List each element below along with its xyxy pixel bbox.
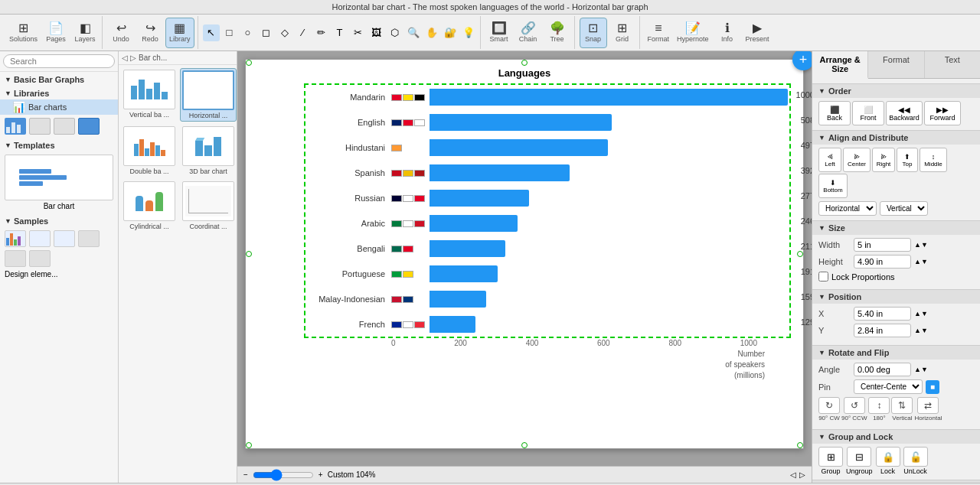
pin-color-btn[interactable]: ■ bbox=[926, 380, 939, 394]
text-tool[interactable]: T bbox=[332, 24, 348, 41]
zoom-plus[interactable]: + bbox=[318, 470, 323, 479]
hex-tool[interactable]: ⬡ bbox=[387, 24, 403, 41]
line-tool[interactable]: ∕ bbox=[295, 24, 312, 41]
sample-5[interactable] bbox=[5, 250, 26, 267]
forward-order-btn[interactable]: ▶▶ Forward bbox=[924, 101, 961, 125]
angle-stepper[interactable]: ▲▼ bbox=[914, 366, 928, 373]
lib-icon-2[interactable] bbox=[29, 118, 51, 135]
group-section-header[interactable]: ▼ Group and Lock bbox=[812, 429, 980, 444]
zoom-level[interactable]: Custom 104% bbox=[328, 470, 376, 479]
rotate-90cw-btn[interactable]: ↻ 90° CW bbox=[818, 397, 840, 422]
align-section-header[interactable]: ▼ Align and Distribute bbox=[812, 130, 980, 145]
x-input[interactable] bbox=[854, 307, 911, 321]
lib-icon-1[interactable] bbox=[5, 118, 26, 135]
rect-tool[interactable]: □ bbox=[221, 24, 238, 41]
pages-button[interactable]: 📄 Pages bbox=[42, 18, 70, 48]
back-order-btn[interactable]: ⬛ Back bbox=[818, 101, 851, 125]
lock-tool[interactable]: 🔐 bbox=[442, 24, 459, 41]
shape-tool[interactable]: ◻ bbox=[258, 24, 275, 41]
make-same-section-header[interactable]: ▼ Make Same bbox=[812, 480, 980, 483]
nav-item-bar-charts[interactable]: 📊 Bar charts bbox=[0, 99, 118, 115]
zoom-minus[interactable]: − bbox=[243, 470, 248, 479]
info-button[interactable]: ℹ Info bbox=[714, 18, 741, 48]
scroll-right[interactable]: ▷ bbox=[799, 470, 805, 479]
scissors-tool[interactable]: ✂ bbox=[350, 24, 367, 41]
handle-bottomright[interactable] bbox=[797, 442, 803, 448]
handle-topleft[interactable] bbox=[246, 60, 252, 66]
tree-button[interactable]: 🌳 Tree bbox=[544, 18, 571, 48]
chain-button[interactable]: 🔗 Chain bbox=[514, 18, 542, 48]
flip-horizontal-btn[interactable]: ⇄ Horizontal bbox=[914, 397, 942, 422]
align-right-btn[interactable]: ⫸ Right bbox=[872, 148, 895, 172]
sample-3[interactable] bbox=[54, 230, 75, 247]
width-input[interactable] bbox=[854, 238, 911, 252]
snap-button[interactable]: ⊡ Snap bbox=[580, 18, 607, 48]
x-stepper[interactable]: ▲▼ bbox=[914, 310, 928, 317]
zoom-tool-btn[interactable]: 🔍 bbox=[405, 24, 422, 41]
libraries-header[interactable]: ▼ Libraries bbox=[0, 86, 118, 99]
hypernote-button[interactable]: 📝 Hypernote bbox=[674, 18, 712, 48]
handle-bottomleft[interactable] bbox=[246, 442, 252, 448]
size-section-header[interactable]: ▼ Size bbox=[812, 220, 980, 235]
group-btn[interactable]: ⊞ Group bbox=[818, 447, 843, 475]
backward-order-btn[interactable]: ◀◀ Backward bbox=[886, 101, 923, 125]
redo-button[interactable]: ↪ Redo bbox=[136, 18, 164, 48]
width-stepper[interactable]: ▲▼ bbox=[914, 241, 928, 249]
search-input[interactable] bbox=[3, 54, 115, 68]
present-button[interactable]: ▶ Present bbox=[743, 18, 773, 48]
flip-vertical-btn[interactable]: ⇅ Vertical bbox=[891, 397, 913, 422]
sample-1[interactable] bbox=[5, 230, 26, 247]
thumb-double-bar[interactable]: Double ba ... bbox=[122, 125, 177, 177]
y-input[interactable] bbox=[854, 324, 911, 337]
handle-right[interactable] bbox=[797, 251, 803, 257]
height-input[interactable] bbox=[854, 255, 911, 269]
align-bottom-btn[interactable]: ⬇ Bottom bbox=[818, 174, 848, 198]
unlock-btn[interactable]: 🔓 UnLock bbox=[903, 447, 928, 475]
handle-top[interactable] bbox=[521, 60, 528, 66]
format-button[interactable]: ≡ Format bbox=[645, 18, 673, 48]
align-top-btn[interactable]: ⬆ Top bbox=[897, 148, 918, 172]
add-element-button[interactable]: + bbox=[792, 51, 812, 70]
thumb-coordinate[interactable]: Coordinat ... bbox=[180, 180, 237, 232]
vertical-dist-select[interactable]: Vertical bbox=[880, 201, 928, 216]
align-center-btn[interactable]: ⫸ Center bbox=[843, 148, 871, 172]
rotate-section-header[interactable]: ▼ Rotate and Flip bbox=[812, 345, 980, 360]
undo-button[interactable]: ↩ Undo bbox=[107, 18, 135, 48]
tab-format[interactable]: Format bbox=[868, 51, 924, 78]
pan-tool[interactable]: ✋ bbox=[423, 24, 440, 41]
pen-tool[interactable]: ✏ bbox=[313, 24, 330, 41]
sample-4[interactable] bbox=[78, 230, 100, 247]
rotate-180-btn[interactable]: ↕ 180° bbox=[868, 397, 890, 422]
thumb-horizontal-bar[interactable]: Horizontal ... bbox=[180, 68, 237, 122]
bar-chart[interactable]: Mandarin1000English508Hindustani497Spani… bbox=[307, 86, 788, 335]
lib-icon-selected[interactable] bbox=[78, 118, 100, 135]
y-stepper[interactable]: ▲▼ bbox=[914, 327, 928, 334]
template-thumb[interactable] bbox=[5, 155, 113, 200]
smart-button[interactable]: 🔲 Smart bbox=[485, 18, 513, 48]
sample-2[interactable] bbox=[29, 230, 51, 247]
tab-arrange-size[interactable]: Arrange & Size bbox=[812, 51, 868, 79]
back-btn[interactable]: ◁ bbox=[122, 54, 128, 62]
align-left-btn[interactable]: ⫷ Left bbox=[818, 148, 841, 172]
horizontal-dist-select[interactable]: Horizontal bbox=[818, 201, 877, 216]
canvas-scroll[interactable]: + Languages Mandarin1000English508Hindus… bbox=[237, 51, 812, 466]
thumb-vertical-bar[interactable]: Vertical ba ... bbox=[122, 68, 177, 122]
forward-btn[interactable]: ▷ bbox=[130, 54, 136, 62]
ungroup-btn[interactable]: ⊟ Ungroup bbox=[846, 447, 873, 475]
grid-button[interactable]: ⊞ Grid bbox=[609, 18, 636, 48]
lock-proportions-checkbox[interactable] bbox=[818, 272, 828, 282]
rotate-90ccw-btn[interactable]: ↺ 90° CCW bbox=[841, 397, 867, 422]
select-tool[interactable]: ↖ bbox=[203, 24, 220, 41]
order-section-header[interactable]: ▼ Order bbox=[812, 83, 980, 98]
position-section-header[interactable]: ▼ Position bbox=[812, 289, 980, 304]
image-tool[interactable]: 🖼 bbox=[368, 24, 385, 41]
scroll-left[interactable]: ◁ bbox=[790, 470, 796, 479]
angle-input[interactable] bbox=[854, 363, 911, 376]
diamond-tool[interactable]: ◇ bbox=[276, 24, 293, 41]
light-tool[interactable]: 💡 bbox=[460, 24, 477, 41]
ellipse-tool[interactable]: ○ bbox=[240, 24, 256, 41]
lib-icon-3[interactable] bbox=[54, 118, 75, 135]
pin-select[interactable]: Center-Center bbox=[854, 379, 923, 394]
front-order-btn[interactable]: ⬜ Front bbox=[852, 101, 884, 125]
height-stepper[interactable]: ▲▼ bbox=[914, 258, 928, 265]
